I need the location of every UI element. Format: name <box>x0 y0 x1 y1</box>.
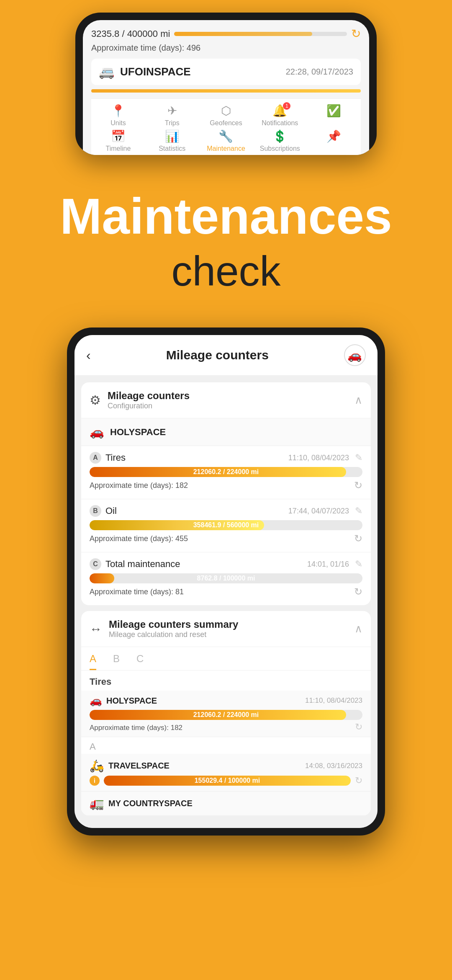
maint-footer-tires: Approximate time (days): 182 ↻ <box>90 480 362 491</box>
maint-date-tires: 11:10, 08/04/2023 <box>288 454 349 462</box>
hero-section: Maintenances check <box>0 155 452 328</box>
nav-item-geofences[interactable]: ⬡ Geofences <box>199 104 253 127</box>
summary-title: Mileage counters summary <box>109 619 348 630</box>
geofences-icon: ⬡ <box>221 104 231 118</box>
summary-unit-holyspace: 🚗 HOLYSPACE 11:10, 08/04/2023 212060.2 /… <box>81 691 371 737</box>
mileage-bar-fill <box>174 32 312 36</box>
unit-row-holyspace: 🚗 HOLYSPACE <box>81 418 371 446</box>
mycountry-icon: 🚛 <box>90 797 104 810</box>
summary-holyspace-icon: 🚗 <box>90 695 102 707</box>
trips-icon: ✈ <box>167 104 177 118</box>
nav-item-check[interactable]: ✅ <box>307 104 361 127</box>
progress-oil: 358461.9 / 560000 mi <box>90 520 362 530</box>
nav-item-subscriptions[interactable]: 💲 Subscriptions <box>253 129 307 152</box>
unit-header-row: 🚐 UFOINSPACE 22:28, 09/17/2023 <box>91 59 361 85</box>
top-phone-wrapper: 3235.8 / 400000 mi ↻ Approximate time (d… <box>0 0 452 155</box>
maint-name-total: Total maintenance <box>105 559 180 570</box>
screen-title: Mileage counters <box>166 348 269 362</box>
maint-date-oil: 17:44, 04/07/2023 <box>288 507 349 516</box>
location-icon: 📍 <box>111 104 126 118</box>
nav-item-units[interactable]: 📍 Units <box>91 104 145 127</box>
back-arrow[interactable]: ‹ <box>86 348 91 363</box>
nav-item-statistics[interactable]: 📊 Statistics <box>145 129 199 152</box>
refresh-icon-oil[interactable]: ↻ <box>354 533 362 544</box>
card-title-mileage: Mileage counters <box>108 390 348 402</box>
car-icon: 🚗 <box>347 348 362 362</box>
hero-subtitle: check <box>25 248 427 294</box>
tab-a[interactable]: A <box>90 653 96 670</box>
pin-icon: 📌 <box>326 129 341 143</box>
edit-icon-oil[interactable]: ✎ <box>355 505 362 516</box>
chevron-up-icon[interactable]: ∧ <box>354 394 362 407</box>
progress-travelspace: 155029.4 / 100000 mi <box>104 776 351 786</box>
refresh-icon-top[interactable]: ↻ <box>351 27 361 41</box>
car-icon-button[interactable]: 🚗 <box>344 344 366 366</box>
progress-label-total: 8762.8 / 100000 mi <box>197 575 255 582</box>
nav-label-geofences: Geofences <box>210 119 242 127</box>
refresh-icon-total[interactable]: ↻ <box>354 586 362 598</box>
holyspace-icon: 🚗 <box>90 425 104 439</box>
approx-total: Approximate time (days): 81 <box>90 588 184 596</box>
maint-footer-total: Approximate time (days): 81 ↻ <box>90 586 362 598</box>
nav-item-pin[interactable]: 📌 <box>307 129 361 152</box>
edit-icon-tires[interactable]: ✎ <box>355 452 362 463</box>
tab-c[interactable]: C <box>136 653 144 670</box>
summary-refresh-holyspace[interactable]: ↻ <box>355 722 362 732</box>
maint-letter-c: C <box>90 558 101 570</box>
progress-summary-holyspace: 212060.2 / 224000 mi <box>90 710 362 720</box>
subscriptions-icon: 💲 <box>272 129 287 143</box>
unit-progress-bar <box>91 89 361 93</box>
mileage-bar-container <box>174 32 347 36</box>
tab-b[interactable]: B <box>113 653 120 670</box>
summary-icon: ↔ <box>90 622 102 636</box>
card-header-texts: Mileage counters Configuration <box>108 390 348 410</box>
progress-tires: 212060.2 / 224000 mi <box>90 467 362 477</box>
refresh-icon-tires[interactable]: ↻ <box>354 480 362 491</box>
nav-label-units: Units <box>110 119 126 127</box>
approx-tires: Approximate time (days): 182 <box>90 481 188 490</box>
nav-item-trips[interactable]: ✈ Trips <box>145 104 199 127</box>
screen-body: ⚙ Mileage counters Configuration ∧ 🚗 HOL… <box>74 376 378 828</box>
notification-badge: 1 <box>283 102 290 110</box>
maint-item-total: C Total maintenance 14:01, 01/16 ✎ 8762.… <box>81 552 371 605</box>
travelspace-header: 🛵 TRAVELSPACE 14:08, 03/16/2023 <box>90 759 362 773</box>
nav-label-statistics: Statistics <box>159 145 185 152</box>
top-screen-content: 3235.8 / 400000 mi ↻ Approximate time (d… <box>83 20 369 155</box>
progress-label-oil: 358461.9 / 560000 mi <box>193 521 259 529</box>
summary-sub: Mileage calculation and reset <box>109 630 348 639</box>
bottom-phone-screen: ‹ Mileage counters 🚗 ⚙ Mileage counters … <box>74 335 378 828</box>
top-phone-screen: 3235.8 / 400000 mi ↻ Approximate time (d… <box>83 20 369 155</box>
maint-letter-a: A <box>90 452 101 464</box>
summary-approx-holyspace: Approximate time (days): 182 <box>90 724 182 732</box>
nav-item-maintenance[interactable]: 🔧 Maintenance <box>199 129 253 152</box>
bottom-phone-wrapper: ‹ Mileage counters 🚗 ⚙ Mileage counters … <box>0 328 452 852</box>
unit-a-label: A <box>81 737 371 754</box>
nav-item-notifications[interactable]: 🔔 1 Notifications <box>253 104 307 127</box>
nav-label-timeline: Timeline <box>105 145 131 152</box>
maint-letter-b: B <box>90 505 101 517</box>
unit-date-top: 22:28, 09/17/2023 <box>286 67 353 77</box>
statistics-icon: 📊 <box>165 129 180 143</box>
card-header-summary: ↔ Mileage counters summary Mileage calcu… <box>81 611 371 647</box>
card-header-mileage: ⚙ Mileage counters Configuration ∧ <box>81 382 371 418</box>
info-dot-icon: i <box>90 776 100 786</box>
nav-label-trips: Trips <box>165 119 180 127</box>
travelspace-date: 14:08, 03/16/2023 <box>305 762 362 770</box>
mycountry-row: 🚛 MY COUNTRYSPACE <box>81 792 371 815</box>
maint-date-total: 14:01, 01/16 <box>307 560 349 569</box>
bottom-nav-row1: 📍 Units ✈ Trips ⬡ Geofences 🔔 1 <box>91 98 361 129</box>
check-icon: ✅ <box>326 104 341 118</box>
hero-title: Maintenances <box>25 188 427 244</box>
mileage-counters-card: ⚙ Mileage counters Configuration ∧ 🚗 HOL… <box>81 382 371 605</box>
nav-label-maintenance: Maintenance <box>207 145 245 152</box>
travelspace-refresh-icon[interactable]: ↻ <box>355 775 362 786</box>
maint-item-oil: B Oil 17:44, 04/07/2023 ✎ 358461.9 / 560… <box>81 499 371 552</box>
summary-header-texts: Mileage counters summary Mileage calcula… <box>109 619 348 639</box>
approx-time-top: Approximate time (days): 496 <box>91 43 361 53</box>
timeline-icon: 📅 <box>111 129 126 143</box>
maint-label-row-oil: B Oil <box>90 505 117 517</box>
summary-chevron-icon[interactable]: ∧ <box>354 622 362 635</box>
maintenance-icon: 🔧 <box>218 129 233 143</box>
edit-icon-total[interactable]: ✎ <box>355 559 362 570</box>
nav-item-timeline[interactable]: 📅 Timeline <box>91 129 145 152</box>
